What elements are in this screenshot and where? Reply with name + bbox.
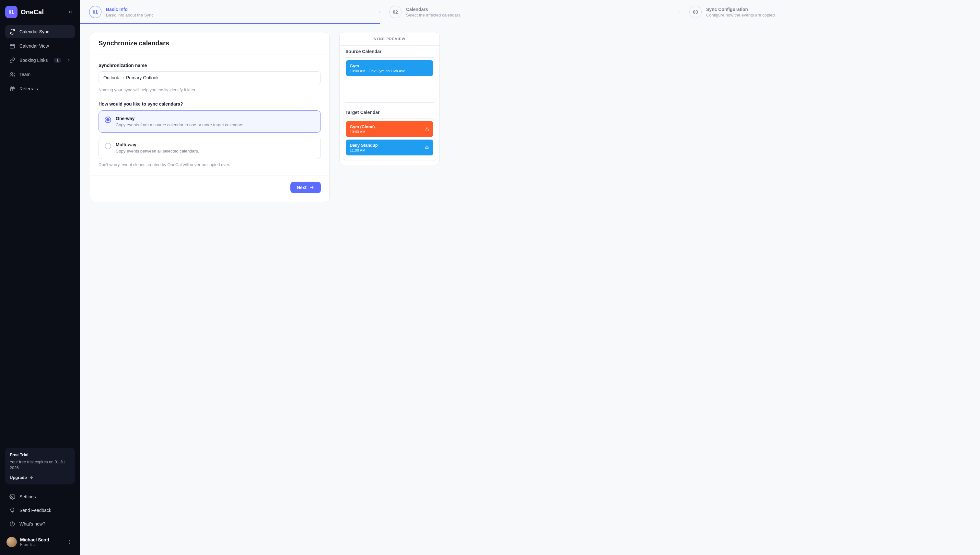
radio-description: Copy events from a source calendar to on… xyxy=(116,122,245,127)
target-calendar-box: Gym (Clone) 10:00 AM Daily Standup 11:00… xyxy=(343,118,436,161)
svg-point-9 xyxy=(69,543,70,544)
trial-title: Free Trial xyxy=(10,452,70,457)
event-title: Gym (Clone) xyxy=(350,124,375,129)
radio-one-way[interactable]: One-way Copy events from a source calend… xyxy=(98,111,321,133)
stepper: 01 Basic Info Basic info about the Sync … xyxy=(80,0,980,24)
sidebar-item-label: Referrals xyxy=(19,86,38,91)
bulb-icon xyxy=(9,507,16,513)
step-title: Sync Configuration xyxy=(706,7,775,12)
step-title: Calendars xyxy=(406,7,460,12)
sync-name-label: Synchronization name xyxy=(98,63,321,68)
sidebar-item-referrals[interactable]: Referrals xyxy=(5,82,75,95)
upgrade-label: Upgrade xyxy=(10,475,27,480)
source-calendar-box: Gym 10:00 AM · Flex Gym on 16th Ave xyxy=(343,57,436,103)
more-vertical-icon xyxy=(66,539,72,545)
avatar[interactable] xyxy=(6,537,17,547)
sidebar-item-label: Settings xyxy=(19,494,36,499)
sidebar-item-label: Calendar View xyxy=(19,43,49,48)
sync-how-radio-group: One-way Copy events from a source calend… xyxy=(98,111,321,159)
radio-indicator xyxy=(105,143,111,149)
form-footer: Next xyxy=(90,175,329,202)
lock-icon xyxy=(425,127,430,132)
secondary-nav: Settings Send Feedback What's new? xyxy=(5,490,75,530)
sidebar-item-label: Booking Links xyxy=(19,58,48,63)
upgrade-link[interactable]: Upgrade xyxy=(10,475,34,480)
svg-rect-11 xyxy=(425,147,428,149)
trial-body: Your free trial expires on 01 Jul 2026. xyxy=(10,459,70,472)
svg-point-1 xyxy=(11,72,13,74)
synchronize-form-card: Synchronize calendars Synchronization na… xyxy=(90,32,330,202)
sidebar-item-calendar-sync[interactable]: Calendar Sync xyxy=(5,25,75,38)
target-calendar-label: Target Calendar xyxy=(340,106,439,118)
booking-links-badge: 1 xyxy=(54,58,61,63)
sync-how-field: How would you like to sync calendars? On… xyxy=(98,101,321,167)
sidebar-collapse-button[interactable] xyxy=(66,8,75,16)
sidebar-item-whats-new[interactable]: What's new? xyxy=(5,517,75,530)
chevron-double-left-icon xyxy=(68,9,73,15)
radio-multi-way[interactable]: Multi-way Copy events between all select… xyxy=(98,136,321,159)
svg-point-4 xyxy=(12,496,13,498)
brand-mark: 01 xyxy=(5,6,18,18)
free-trial-card: Free Trial Your free trial expires on 01… xyxy=(5,448,75,485)
sync-icon xyxy=(9,29,16,35)
user-plan: Free Trial xyxy=(20,542,49,547)
primary-nav: Calendar Sync Calendar View Booking Link… xyxy=(5,25,75,95)
event-subtitle: 10:00 AM xyxy=(350,130,375,134)
sidebar-item-label: Send Feedback xyxy=(19,508,51,513)
step-subtitle: Basic info about the Sync xyxy=(106,13,154,18)
form-body: Synchronization name Naming your sync wi… xyxy=(90,55,329,175)
next-button[interactable]: Next xyxy=(290,182,321,193)
sidebar-item-send-feedback[interactable]: Send Feedback xyxy=(5,504,75,517)
link-icon xyxy=(9,57,16,63)
sync-how-helper: Don't worry, event clones created by One… xyxy=(98,162,321,167)
svg-point-8 xyxy=(69,542,70,543)
step-number: 01 xyxy=(89,6,101,18)
arrow-right-icon xyxy=(309,185,314,190)
step-subtitle: Select the affected calendars xyxy=(406,13,460,18)
svg-point-7 xyxy=(69,540,70,541)
source-calendar-label: Source Calendar xyxy=(340,46,439,57)
step-sync-configuration[interactable]: 03 Sync Configuration Configure how the … xyxy=(680,0,980,24)
video-icon xyxy=(425,145,430,150)
brand-name: OneCal xyxy=(21,8,44,16)
chevron-right-icon xyxy=(66,58,71,63)
event-subtitle: 10:00 AM · Flex Gym on 16th Ave xyxy=(350,69,405,73)
sidebar-item-settings[interactable]: Settings xyxy=(5,490,75,503)
step-title: Basic Info xyxy=(106,7,154,12)
user-name: Michael Scott xyxy=(20,537,49,542)
radio-title: One-way xyxy=(116,116,245,121)
radio-title: Multi-way xyxy=(116,142,199,148)
next-button-label: Next xyxy=(297,185,307,190)
sidebar-item-booking-links[interactable]: Booking Links 1 xyxy=(5,54,75,67)
card-header: Synchronize calendars xyxy=(90,32,329,55)
target-event: Daily Standup 11:00 AM xyxy=(346,140,433,156)
svg-rect-0 xyxy=(10,44,14,48)
sidebar-item-calendar-view[interactable]: Calendar View xyxy=(5,40,75,53)
card-title: Synchronize calendars xyxy=(98,40,321,47)
sync-preview-header: SYNC PREVIEW xyxy=(340,32,439,46)
svg-rect-10 xyxy=(426,129,428,131)
sync-name-field: Synchronization name Naming your sync wi… xyxy=(98,63,321,92)
user-menu-button[interactable] xyxy=(65,538,74,546)
event-title: Daily Standup xyxy=(350,143,378,148)
sidebar-item-team[interactable]: Team xyxy=(5,68,75,81)
sidebar-item-label: Team xyxy=(19,72,31,77)
user-row: Michael Scott Free Trial xyxy=(5,535,75,549)
step-number: 02 xyxy=(389,6,402,18)
step-basic-info[interactable]: 01 Basic Info Basic info about the Sync xyxy=(80,0,380,24)
sidebar: 01 OneCal Calendar Sync Calendar View Bo… xyxy=(0,0,80,555)
event-subtitle: 11:00 AM xyxy=(350,148,378,152)
sync-name-helper: Naming your sync will help you easily id… xyxy=(98,87,321,92)
sync-name-input[interactable] xyxy=(98,71,321,84)
sidebar-header: 01 OneCal xyxy=(5,6,75,18)
step-number: 03 xyxy=(689,6,702,18)
step-calendars[interactable]: 02 Calendars Select the affected calenda… xyxy=(380,0,680,24)
gear-icon xyxy=(9,494,16,500)
sync-how-label: How would you like to sync calendars? xyxy=(98,101,321,106)
svg-point-6 xyxy=(12,525,12,525)
event-title: Gym xyxy=(350,63,405,68)
target-event: Gym (Clone) 10:00 AM xyxy=(346,121,433,137)
sync-preview-card: SYNC PREVIEW Source Calendar Gym 10:00 A… xyxy=(339,32,440,165)
radio-indicator xyxy=(105,117,111,123)
brand-logo[interactable]: 01 OneCal xyxy=(5,6,44,18)
